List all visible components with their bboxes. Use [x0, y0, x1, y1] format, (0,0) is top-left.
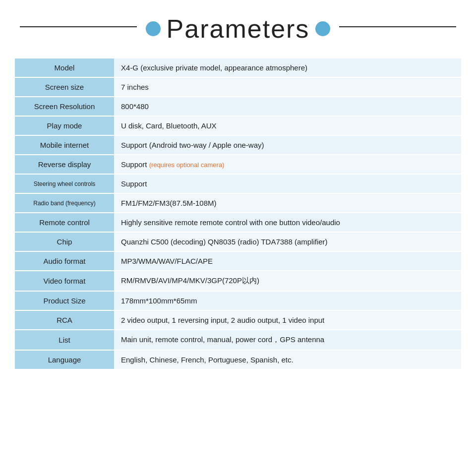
param-label: Mobile internet: [15, 135, 114, 155]
param-label: Chip: [15, 232, 114, 251]
params-table: ModelX4-G (exclusive private model, appe…: [15, 59, 461, 370]
header-content: Parameters: [137, 14, 340, 44]
param-label: Model: [15, 59, 114, 77]
param-value: Support: [114, 174, 461, 193]
table-row: Reverse displaySupport (requires optiona…: [15, 155, 461, 174]
param-label: RCA: [15, 310, 114, 330]
param-label: List: [15, 330, 114, 350]
param-value: 800*480: [114, 97, 461, 116]
table-row: Play modeU disk, Card, Bluetooth, AUX: [15, 116, 461, 135]
param-value: Support (requires optional camera): [114, 155, 461, 174]
table-row: Steering wheel controlsSupport: [15, 174, 461, 193]
param-value: Highly sensitive remote remote control w…: [114, 213, 461, 232]
param-value: FM1/FM2/FM3(87.5M-108M): [114, 193, 461, 213]
header-title: Parameters: [167, 14, 310, 44]
param-value: U disk, Card, Bluetooth, AUX: [114, 116, 461, 135]
table-row: ChipQuanzhi C500 (decoding) QN8035 (radi…: [15, 232, 461, 251]
param-value: 2 video output, 1 reversing input, 2 aud…: [114, 310, 461, 330]
param-value: English, Chinese, French, Portuguese, Sp…: [114, 350, 461, 369]
table-row: Radio band (frequency)FM1/FM2/FM3(87.5M-…: [15, 193, 461, 213]
table-row: ModelX4-G (exclusive private model, appe…: [15, 59, 461, 77]
param-label: Screen Resolution: [15, 97, 114, 116]
param-value-text: Support: [121, 160, 149, 169]
param-label: Product Size: [15, 291, 114, 310]
param-value: Quanzhi C500 (decoding) QN8035 (radio) T…: [114, 232, 461, 251]
param-label: Steering wheel controls: [15, 174, 114, 193]
param-value: MP3/WMA/WAV/FLAC/APE: [114, 251, 461, 271]
header-dot-left: [146, 21, 161, 36]
param-value: Support (Android two-way / Apple one-way…: [114, 135, 461, 155]
header: Parameters: [0, 0, 476, 54]
table-row: Screen size7 inches: [15, 77, 461, 97]
table-row: ListMain unit, remote control, manual, p…: [15, 330, 461, 350]
param-value: X4-G (exclusive private model, appearanc…: [114, 59, 461, 77]
table-row: Mobile internetSupport (Android two-way …: [15, 135, 461, 155]
param-value: Main unit, remote control, manual, power…: [114, 330, 461, 350]
table-row: Remote controlHighly sensitive remote re…: [15, 213, 461, 232]
param-label: Video format: [15, 271, 114, 291]
table-row: LanguageEnglish, Chinese, French, Portug…: [15, 350, 461, 369]
param-value: 178mm*100mm*65mm: [114, 291, 461, 310]
table-row: Product Size178mm*100mm*65mm: [15, 291, 461, 310]
param-value-extra: (requires optional camera): [149, 161, 225, 169]
param-label: Screen size: [15, 77, 114, 97]
param-label: Radio band (frequency): [15, 193, 114, 213]
header-dot-right: [315, 21, 330, 36]
table-row: Video formatRM/RMVB/AVI/MP4/MKV/3GP(720P…: [15, 271, 461, 291]
param-label: Audio format: [15, 251, 114, 271]
table-row: Audio formatMP3/WMA/WAV/FLAC/APE: [15, 251, 461, 271]
table-row: Screen Resolution800*480: [15, 97, 461, 116]
page: Parameters ModelX4-G (exclusive private …: [0, 0, 476, 476]
param-value: RM/RMVB/AVI/MP4/MKV/3GP(720P以内): [114, 271, 461, 291]
param-value: 7 inches: [114, 77, 461, 97]
param-label: Play mode: [15, 116, 114, 135]
param-label: Remote control: [15, 213, 114, 232]
param-label: Language: [15, 350, 114, 369]
param-label: Reverse display: [15, 155, 114, 174]
table-row: RCA2 video output, 1 reversing input, 2 …: [15, 310, 461, 330]
